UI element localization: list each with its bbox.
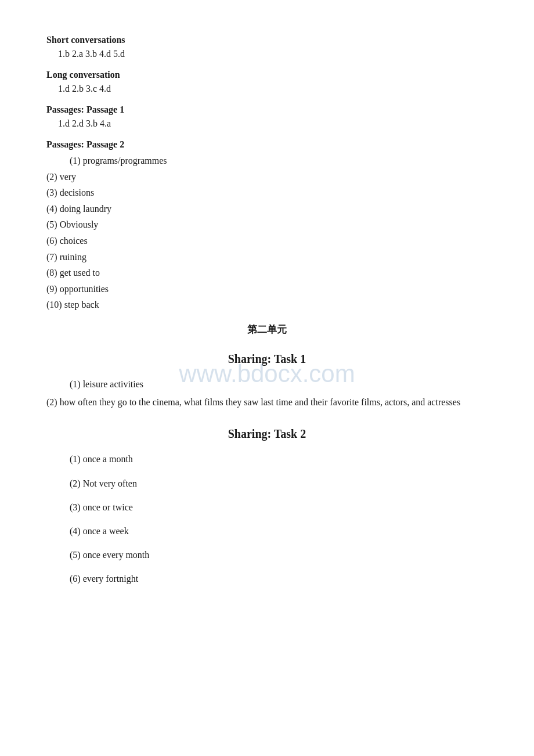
passage2-item: (3) decisions	[46, 185, 488, 200]
sharing-task2-item: (6) every fortnight	[46, 571, 488, 586]
sharing-task1-item: (1) leisure activities	[46, 376, 488, 392]
sharing-task1-title: Sharing: Task 1	[46, 352, 488, 366]
passage2-item: (4) doing laundry	[46, 201, 488, 217]
passage2-item: (7) ruining	[46, 250, 488, 265]
passages-1-section: Passages: Passage 1 1.d 2.d 3.b 4.a	[46, 105, 488, 129]
passages-1-answers: 1.d 2.d 3.b 4.a	[46, 118, 488, 129]
passages-2-section: Passages: Passage 2 (1) programs/program…	[46, 139, 488, 312]
sharing-task2-item: (1) once a month	[46, 451, 488, 467]
sharing-task2-section: Sharing: Task 2 (1) once a month(2) Not …	[46, 427, 488, 586]
sharing-task2-item: (5) once every month	[46, 547, 488, 563]
sharing-task2-item: (3) once or twice	[46, 499, 488, 515]
sharing-task2-title: Sharing: Task 2	[46, 427, 488, 441]
long-conversation-title: Long conversation	[46, 70, 488, 80]
passage2-item: (8) get used to	[46, 265, 488, 280]
sharing-task1-section: Sharing: Task 1 (1) leisure activities(2…	[46, 352, 488, 410]
short-conversations-title: Short conversations	[46, 35, 488, 45]
passage2-item: (6) choices	[46, 233, 488, 249]
passages-2-list: (1) programs/programmes(2) very(3) decis…	[46, 153, 488, 312]
short-conversations-answers: 1.b 2.a 3.b 4.d 5.d	[46, 49, 488, 59]
sharing-task1-content: (1) leisure activities(2) how often they…	[46, 376, 488, 410]
passages-2-title: Passages: Passage 2	[46, 139, 488, 150]
passage2-item: (1) programs/programmes	[46, 153, 488, 168]
sharing-task2-item: (4) once a week	[46, 523, 488, 539]
long-conversation-answers: 1.d 2.b 3.c 4.d	[46, 84, 488, 94]
sharing-task2-item: (2) Not very often	[46, 476, 488, 491]
sharing-task1-item: (2) how often they go to the cinema, wha…	[46, 394, 488, 410]
passages-1-title: Passages: Passage 1	[46, 105, 488, 115]
passage2-item: (10) step back	[46, 297, 488, 312]
long-conversation-section: Long conversation 1.d 2.b 3.c 4.d	[46, 70, 488, 94]
unit-title: 第二单元	[46, 323, 488, 336]
passage2-item: (2) very	[46, 170, 488, 185]
passage2-item: (9) opportunities	[46, 282, 488, 297]
short-conversations-section: Short conversations 1.b 2.a 3.b 4.d 5.d	[46, 35, 488, 59]
sharing-task2-list: (1) once a month(2) Not very often(3) on…	[46, 451, 488, 586]
passage2-item: (5) Obviously	[46, 217, 488, 232]
